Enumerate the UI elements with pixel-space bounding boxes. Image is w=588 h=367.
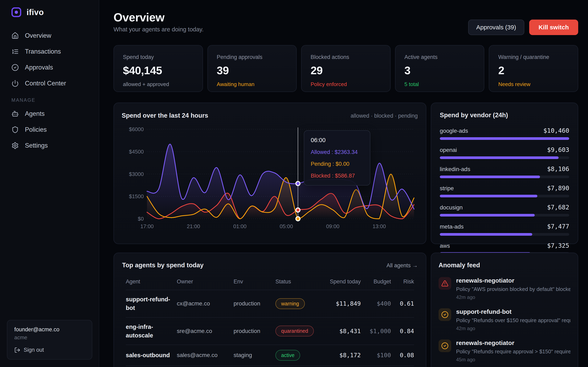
sidebar-item-policies[interactable]: Policies [11, 122, 91, 138]
spend-chart-card: Spend over the last 24 hours allowed · b… [113, 103, 426, 244]
vendor-name: linkedin-ads [440, 166, 470, 173]
agent-name: support-refund-bot [126, 295, 177, 312]
vendor-value: $8,106 [547, 165, 569, 173]
circle-check-icon [439, 340, 451, 352]
stat-sub: allowed + approved [123, 81, 194, 87]
vendor-row: meta-ads$7,477 [440, 223, 569, 236]
col-budget: Budget [361, 278, 391, 285]
stat-card-spend-today: Spend today $40,145 allowed + approved [113, 45, 203, 92]
sidebar-item-approvals[interactable]: Approvals [11, 59, 91, 75]
vendor-name: google-ads [440, 128, 468, 134]
anomaly-item[interactable]: renewals-negotiator Policy "Refunds requ… [439, 340, 571, 363]
vendor-bar-track [440, 233, 569, 236]
anomaly-agent: support-refund-bot [456, 308, 571, 315]
stat-card-active-agents: Active agents 3 5 total [395, 45, 484, 92]
sidebar-nav: Overview Transactions Approvals Control … [11, 28, 91, 154]
stat-value: 3 [405, 64, 475, 77]
logout-icon [14, 347, 20, 353]
vendor-bar-track [440, 195, 569, 197]
agent-owner: sales@acme.co [177, 352, 233, 359]
agent-owner: cx@acme.co [177, 300, 233, 307]
vendor-value: $7,477 [547, 223, 569, 230]
sidebar-item-control-center[interactable]: Control Center [11, 75, 91, 91]
sidebar: ifivo Overview Transactions Approvals Co… [0, 0, 99, 367]
vendor-name: stripe [440, 185, 454, 192]
col-agent: Agent [126, 278, 177, 285]
home-icon [11, 32, 19, 39]
col-risk: Risk [391, 278, 414, 285]
svg-text:17:00: 17:00 [140, 223, 154, 229]
table-row[interactable]: sales-outbound sales@acme.co staging act… [126, 345, 414, 366]
approvals-button[interactable]: Approvals (39) [468, 20, 524, 35]
stat-label: Blocked actions [311, 54, 381, 60]
svg-text:$0: $0 [138, 216, 144, 222]
table-row[interactable]: renewals-negotiator finance@acme.co prod… [126, 366, 414, 367]
sidebar-item-transactions[interactable]: Transactions [11, 44, 91, 59]
all-agents-link[interactable]: All agents → [387, 262, 418, 269]
agent-name: eng-infra-autoscale [126, 323, 177, 340]
anomaly-title: Anomaly feed [439, 262, 571, 269]
vendor-value: $10,460 [544, 127, 569, 134]
stat-card-blocked-actions: Blocked actions 29 Policy enforced [301, 45, 390, 92]
col-spend: Spend today [324, 278, 361, 285]
stat-value: $40,145 [123, 64, 194, 77]
sign-out-button[interactable]: Sign out [14, 347, 85, 353]
sidebar-item-settings[interactable]: Settings [11, 138, 91, 154]
stat-sub: 5 total [405, 81, 475, 87]
stat-card-warning-quarantine: Warning / quarantine 2 Needs review [489, 45, 578, 92]
spend-line-chart[interactable]: $0$1500$3000$4500$600017:0021:0001:0005:… [114, 103, 426, 244]
kill-switch-button[interactable]: Kill switch [529, 20, 578, 35]
anomaly-time: 42m ago [456, 325, 571, 331]
vendor-bar-fill [440, 156, 559, 159]
vendor-bar-track [440, 214, 569, 217]
vendor-value: $7,325 [547, 242, 569, 249]
anomaly-item[interactable]: renewals-negotiator Policy "AWS provisio… [439, 277, 571, 300]
table-row[interactable]: support-refund-bot cx@acme.co production… [126, 290, 414, 317]
user-email: founder@acme.co [14, 326, 85, 333]
vendor-name: meta-ads [440, 224, 464, 230]
col-owner: Owner [177, 278, 233, 285]
stat-label: Spend today [123, 54, 194, 60]
anomaly-desc: Policy "Refunds over $150 require approv… [456, 317, 571, 324]
status-badge: warning [276, 298, 305, 309]
table-row[interactable]: eng-infra-autoscale sre@acme.co producti… [126, 318, 414, 345]
vendor-value: $7,890 [547, 184, 569, 192]
status-badge: quarantined [276, 325, 314, 336]
svg-text:05:00: 05:00 [280, 223, 293, 229]
brand-name: ifivo [26, 8, 44, 17]
vendor-bar-track [440, 137, 569, 140]
anomaly-item[interactable]: support-refund-bot Policy "Refunds over … [439, 308, 571, 331]
top-agents-card: Top agents by spend today All agents → A… [113, 253, 426, 367]
svg-text:$6000: $6000 [129, 126, 144, 132]
sidebar-item-label: Transactions [25, 48, 61, 55]
stat-label: Warning / quarantine [498, 54, 569, 60]
user-org: acme [14, 334, 85, 341]
sidebar-item-overview[interactable]: Overview [11, 28, 91, 44]
bot-icon [11, 110, 19, 117]
vendor-bar-fill [440, 195, 537, 197]
agent-env: production [233, 300, 276, 307]
brand: ifivo [11, 7, 44, 17]
anomaly-feed-card: Anomaly feed renewals-negotiator Policy … [431, 253, 578, 367]
stat-sub: Awaiting human [217, 81, 287, 87]
col-env: Env [233, 278, 276, 285]
agent-spend: $11,849 [324, 300, 361, 307]
stat-label: Pending approvals [217, 54, 287, 60]
app-root: ifivo Overview Transactions Approvals Co… [0, 0, 588, 367]
vendor-bar-fill [440, 175, 540, 178]
anomaly-time: 42m ago [456, 294, 571, 300]
agent-name: sales-outbound [126, 351, 177, 359]
page-subtitle: What your agents are doing today. [113, 26, 204, 33]
table-header-row: Agent Owner Env Status Spend today Budge… [126, 278, 414, 290]
sidebar-item-label: Approvals [25, 64, 53, 71]
sidebar-item-agents[interactable]: Agents [11, 106, 91, 122]
shield-icon [11, 126, 19, 133]
agent-budget: $1,000 [361, 328, 391, 334]
agent-spend: $8,172 [324, 352, 361, 359]
list-ordered-icon [11, 48, 19, 55]
agent-risk: 0.08 [391, 352, 414, 359]
alert-triangle-icon [439, 277, 451, 290]
gear-icon [11, 142, 19, 149]
agent-spend: $8,431 [324, 328, 361, 334]
vendor-row: docusign$7,682 [440, 204, 569, 217]
